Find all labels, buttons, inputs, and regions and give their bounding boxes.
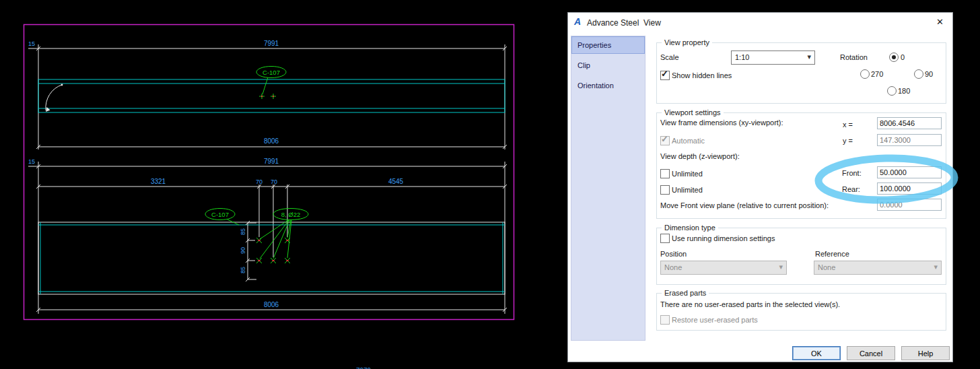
scale-dropdown[interactable]: 1:10 ▾ bbox=[731, 51, 815, 65]
group-label-view-property: View property bbox=[662, 38, 712, 46]
dim-top-width: 7991 bbox=[264, 40, 279, 47]
y-label: y = bbox=[843, 137, 853, 145]
dialog-subtitle: View bbox=[643, 18, 661, 28]
dialog-sidebar: Properties Clip Orientation bbox=[571, 36, 645, 341]
move-front-label: Move Front view plane (relative to curre… bbox=[660, 201, 829, 209]
drawing-canvas[interactable]: 7991 15 C-107 8006 7991 bbox=[0, 0, 567, 369]
bottom-view: 7991 15 3321 70 70 4545 C-107 8, Ø22 bbox=[28, 158, 507, 314]
holes-label: 8, Ø22 bbox=[281, 211, 301, 218]
restore-erased-label: Restore user-erased parts bbox=[672, 316, 758, 324]
part-label-bottom: C-107 bbox=[211, 211, 229, 218]
frame-dims-label: View frame dimensions (xy-viewport): bbox=[660, 119, 783, 127]
rotation-radio-180-label: 180 bbox=[898, 87, 910, 95]
group-label-viewport-settings: Viewport settings bbox=[662, 108, 724, 116]
dim-top-offset: 15 bbox=[28, 40, 35, 47]
dim-bot-b2: 70 bbox=[271, 178, 277, 185]
reference-label: Reference bbox=[815, 250, 849, 258]
rear-label: Rear: bbox=[842, 185, 860, 193]
move-front-input bbox=[877, 199, 942, 211]
rotation-radio-180[interactable] bbox=[887, 86, 897, 96]
automatic-label: Automatic bbox=[672, 137, 705, 145]
unlimited-front-checkbox[interactable] bbox=[660, 169, 670, 178]
dim-v3: 85 bbox=[240, 267, 246, 273]
front-input[interactable] bbox=[877, 166, 942, 178]
ok-button[interactable]: OK bbox=[792, 346, 841, 360]
rotation-radio-270[interactable] bbox=[860, 69, 870, 79]
dialog-title: Advance Steel bbox=[587, 18, 639, 28]
cancel-button[interactable]: Cancel bbox=[847, 346, 895, 360]
rotation-radio-270-label: 270 bbox=[871, 70, 883, 78]
center-marks bbox=[259, 94, 276, 99]
help-button[interactable]: Help bbox=[901, 346, 950, 360]
rotation-label: Rotation bbox=[840, 53, 868, 61]
automatic-checkbox: ✓ bbox=[660, 136, 670, 145]
advance-steel-logo-icon: A bbox=[574, 16, 581, 27]
x-label: x = bbox=[843, 121, 853, 129]
unlimited-rear-label: Unlimited bbox=[672, 186, 703, 194]
rotation-radio-0-label: 0 bbox=[901, 53, 905, 61]
rotation-radio-90[interactable] bbox=[914, 69, 923, 79]
chevron-down-icon: ▾ bbox=[934, 263, 938, 271]
dim-bot-width: 7991 bbox=[264, 158, 279, 165]
use-running-dims-label: Use running dimension settings bbox=[672, 234, 775, 242]
dim-v1: 85 bbox=[240, 228, 246, 235]
chevron-down-icon: ▾ bbox=[807, 53, 811, 61]
group-label-dimension-type: Dimension type bbox=[662, 224, 718, 232]
rotation-radio-90-label: 90 bbox=[925, 70, 933, 78]
sidebar-item-clip[interactable]: Clip bbox=[572, 57, 644, 73]
x-input[interactable] bbox=[877, 117, 942, 129]
front-label: Front: bbox=[842, 169, 862, 177]
position-dropdown-value: None bbox=[664, 263, 682, 271]
erased-parts-message: There are no user-erased parts in the se… bbox=[660, 300, 840, 308]
dim-top-total: 8006 bbox=[264, 137, 279, 145]
dim-v2: 90 bbox=[240, 247, 246, 254]
group-erased-parts: Erased parts bbox=[656, 293, 946, 331]
reference-dropdown-value: None bbox=[818, 263, 835, 271]
position-dropdown: None ▾ bbox=[660, 261, 787, 275]
top-view: 7991 15 C-107 8006 bbox=[28, 40, 507, 149]
view-properties-dialog: A Advance Steel View ✕ Properties Clip O… bbox=[567, 12, 953, 362]
y-input bbox=[877, 134, 942, 146]
show-hidden-lines-checkbox[interactable]: ✓ bbox=[660, 71, 670, 80]
check-icon: ✓ bbox=[661, 134, 668, 144]
part-label-top: C-107 bbox=[262, 69, 280, 76]
view-depth-label: View depth (z-viewport): bbox=[660, 152, 740, 160]
rear-input[interactable] bbox=[877, 182, 942, 195]
vertical-dims: 85 90 85 bbox=[240, 221, 256, 281]
rotation-radio-0[interactable] bbox=[889, 53, 899, 62]
dim-bot-offset: 15 bbox=[28, 158, 35, 165]
position-label: Position bbox=[660, 250, 687, 258]
dim-bot-a: 3321 bbox=[151, 178, 166, 185]
dim-bot-b1: 70 bbox=[256, 178, 262, 185]
check-icon: ✓ bbox=[661, 69, 668, 79]
reference-dropdown: None ▾ bbox=[814, 261, 942, 275]
chevron-down-icon: ▾ bbox=[779, 263, 783, 271]
restore-erased-checkbox bbox=[660, 315, 670, 325]
dim-bot-c: 4545 bbox=[388, 178, 404, 185]
sidebar-item-orientation[interactable]: Orientation bbox=[572, 77, 644, 94]
group-label-erased-parts: Erased parts bbox=[662, 289, 709, 297]
scale-label: Scale bbox=[660, 53, 679, 61]
show-hidden-lines-label: Show hidden lines bbox=[672, 71, 732, 79]
dim-bot-total: 8006 bbox=[264, 301, 279, 308]
unlimited-front-label: Unlimited bbox=[672, 170, 703, 178]
use-running-dims-checkbox[interactable] bbox=[660, 234, 670, 243]
sidebar-item-properties[interactable]: Properties bbox=[572, 37, 644, 53]
cad-drawing-svg: 7991 15 C-107 8006 7991 bbox=[0, 0, 567, 369]
scale-dropdown-value: 1:10 bbox=[735, 53, 749, 61]
close-icon[interactable]: ✕ bbox=[936, 17, 944, 27]
unlimited-rear-checkbox[interactable] bbox=[660, 185, 670, 195]
